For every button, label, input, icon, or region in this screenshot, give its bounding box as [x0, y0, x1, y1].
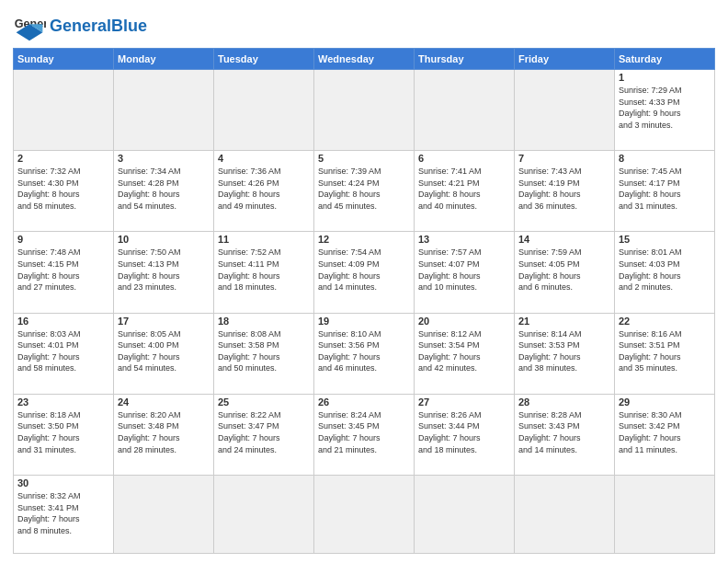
- day-number: 24: [118, 396, 210, 408]
- day-info: Sunrise: 8:26 AMSunset: 3:44 PMDaylight:…: [418, 409, 510, 455]
- weekday-header-thursday: Thursday: [415, 49, 515, 70]
- day-info: Sunrise: 7:34 AMSunset: 4:28 PMDaylight:…: [118, 166, 210, 212]
- day-info: Sunrise: 7:43 AMSunset: 4:19 PMDaylight:…: [518, 166, 610, 212]
- day-info: Sunrise: 8:20 AMSunset: 3:48 PMDaylight:…: [118, 409, 210, 455]
- day-cell-21: 21Sunrise: 8:14 AMSunset: 3:53 PMDayligh…: [515, 313, 615, 394]
- day-cell-27: 27Sunrise: 8:26 AMSunset: 3:44 PMDayligh…: [415, 394, 515, 475]
- day-info: Sunrise: 8:28 AMSunset: 3:43 PMDaylight:…: [518, 409, 610, 455]
- day-info: Sunrise: 8:01 AMSunset: 4:03 PMDaylight:…: [619, 247, 711, 293]
- empty-cell: [14, 70, 114, 151]
- calendar-week-2: 2Sunrise: 7:32 AMSunset: 4:30 PMDaylight…: [14, 151, 715, 232]
- day-cell-4: 4Sunrise: 7:36 AMSunset: 4:26 PMDaylight…: [214, 151, 314, 232]
- empty-cell: [214, 70, 314, 151]
- calendar-week-3: 9Sunrise: 7:48 AMSunset: 4:15 PMDaylight…: [14, 232, 715, 313]
- day-number: 7: [518, 153, 610, 164]
- day-info: Sunrise: 7:50 AMSunset: 4:13 PMDaylight:…: [118, 247, 210, 293]
- empty-cell: [515, 70, 615, 151]
- day-cell-14: 14Sunrise: 7:59 AMSunset: 4:05 PMDayligh…: [515, 232, 615, 313]
- day-info: Sunrise: 8:18 AMSunset: 3:50 PMDaylight:…: [17, 409, 109, 455]
- day-cell-28: 28Sunrise: 8:28 AMSunset: 3:43 PMDayligh…: [515, 394, 615, 475]
- day-cell-8: 8Sunrise: 7:45 AMSunset: 4:17 PMDaylight…: [615, 151, 715, 232]
- day-number: 17: [118, 316, 210, 327]
- day-cell-19: 19Sunrise: 8:10 AMSunset: 3:56 PMDayligh…: [314, 313, 415, 394]
- day-info: Sunrise: 7:32 AMSunset: 4:30 PMDaylight:…: [17, 166, 109, 212]
- day-number: 19: [318, 316, 410, 327]
- day-cell-9: 9Sunrise: 7:48 AMSunset: 4:15 PMDaylight…: [14, 232, 114, 313]
- empty-cell: [415, 70, 515, 151]
- day-cell-30: 30Sunrise: 8:32 AMSunset: 3:41 PMDayligh…: [14, 475, 114, 553]
- calendar-week-5: 23Sunrise: 8:18 AMSunset: 3:50 PMDayligh…: [14, 394, 715, 475]
- logo: General GeneralBlue: [13, 9, 147, 42]
- weekday-header-friday: Friday: [515, 49, 615, 70]
- day-cell-16: 16Sunrise: 8:03 AMSunset: 4:01 PMDayligh…: [14, 313, 114, 394]
- empty-cell: [515, 475, 615, 553]
- day-number: 11: [218, 234, 310, 245]
- day-info: Sunrise: 8:30 AMSunset: 3:42 PMDaylight:…: [619, 409, 711, 455]
- day-info: Sunrise: 7:59 AMSunset: 4:05 PMDaylight:…: [518, 247, 610, 293]
- day-info: Sunrise: 7:57 AMSunset: 4:07 PMDaylight:…: [418, 247, 510, 293]
- day-info: Sunrise: 8:14 AMSunset: 3:53 PMDaylight:…: [518, 328, 610, 374]
- day-cell-24: 24Sunrise: 8:20 AMSunset: 3:48 PMDayligh…: [114, 394, 214, 475]
- day-cell-6: 6Sunrise: 7:41 AMSunset: 4:21 PMDaylight…: [415, 151, 515, 232]
- header: General GeneralBlue: [13, 9, 715, 42]
- day-info: Sunrise: 7:41 AMSunset: 4:21 PMDaylight:…: [418, 166, 510, 212]
- empty-cell: [114, 475, 214, 553]
- day-cell-20: 20Sunrise: 8:12 AMSunset: 3:54 PMDayligh…: [415, 313, 515, 394]
- day-info: Sunrise: 7:52 AMSunset: 4:11 PMDaylight:…: [218, 247, 310, 293]
- empty-cell: [114, 70, 214, 151]
- day-info: Sunrise: 8:08 AMSunset: 3:58 PMDaylight:…: [218, 328, 310, 374]
- day-cell-10: 10Sunrise: 7:50 AMSunset: 4:13 PMDayligh…: [114, 232, 214, 313]
- day-number: 26: [318, 396, 410, 408]
- day-number: 25: [218, 396, 310, 408]
- day-info: Sunrise: 8:32 AMSunset: 3:41 PMDaylight:…: [17, 490, 109, 536]
- day-number: 10: [118, 234, 210, 245]
- day-number: 9: [17, 234, 109, 245]
- day-number: 20: [418, 316, 510, 327]
- day-info: Sunrise: 8:16 AMSunset: 3:51 PMDaylight:…: [619, 328, 711, 374]
- day-cell-25: 25Sunrise: 8:22 AMSunset: 3:47 PMDayligh…: [214, 394, 314, 475]
- day-info: Sunrise: 8:05 AMSunset: 4:00 PMDaylight:…: [118, 328, 210, 374]
- day-info: Sunrise: 7:54 AMSunset: 4:09 PMDaylight:…: [318, 247, 410, 293]
- empty-cell: [314, 475, 415, 553]
- day-number: 28: [518, 396, 610, 408]
- day-cell-3: 3Sunrise: 7:34 AMSunset: 4:28 PMDaylight…: [114, 151, 214, 232]
- weekday-header-wednesday: Wednesday: [314, 49, 415, 70]
- day-number: 15: [619, 234, 711, 245]
- calendar-page: General GeneralBlue SundayMondayTuesdayW…: [0, 0, 728, 563]
- day-number: 23: [17, 396, 109, 408]
- day-cell-18: 18Sunrise: 8:08 AMSunset: 3:58 PMDayligh…: [214, 313, 314, 394]
- day-info: Sunrise: 8:12 AMSunset: 3:54 PMDaylight:…: [418, 328, 510, 374]
- day-number: 21: [518, 316, 610, 327]
- day-number: 8: [619, 153, 711, 164]
- logo-text: GeneralBlue: [50, 17, 147, 34]
- day-cell-23: 23Sunrise: 8:18 AMSunset: 3:50 PMDayligh…: [14, 394, 114, 475]
- weekday-header-monday: Monday: [114, 49, 214, 70]
- day-number: 6: [418, 153, 510, 164]
- weekday-header-row: SundayMondayTuesdayWednesdayThursdayFrid…: [14, 49, 715, 70]
- day-cell-22: 22Sunrise: 8:16 AMSunset: 3:51 PMDayligh…: [615, 313, 715, 394]
- day-number: 14: [518, 234, 610, 245]
- day-cell-2: 2Sunrise: 7:32 AMSunset: 4:30 PMDaylight…: [14, 151, 114, 232]
- day-number: 12: [318, 234, 410, 245]
- day-cell-15: 15Sunrise: 8:01 AMSunset: 4:03 PMDayligh…: [615, 232, 715, 313]
- day-cell-12: 12Sunrise: 7:54 AMSunset: 4:09 PMDayligh…: [314, 232, 415, 313]
- day-info: Sunrise: 8:10 AMSunset: 3:56 PMDaylight:…: [318, 328, 410, 374]
- day-info: Sunrise: 8:24 AMSunset: 3:45 PMDaylight:…: [318, 409, 410, 455]
- day-cell-5: 5Sunrise: 7:39 AMSunset: 4:24 PMDaylight…: [314, 151, 415, 232]
- day-info: Sunrise: 7:45 AMSunset: 4:17 PMDaylight:…: [619, 166, 711, 212]
- day-number: 1: [619, 72, 711, 83]
- day-number: 27: [418, 396, 510, 408]
- weekday-header-saturday: Saturday: [615, 49, 715, 70]
- day-number: 3: [118, 153, 210, 164]
- calendar-week-1: 1Sunrise: 7:29 AMSunset: 4:33 PMDaylight…: [14, 70, 715, 151]
- day-cell-17: 17Sunrise: 8:05 AMSunset: 4:00 PMDayligh…: [114, 313, 214, 394]
- day-info: Sunrise: 7:48 AMSunset: 4:15 PMDaylight:…: [17, 247, 109, 293]
- day-cell-11: 11Sunrise: 7:52 AMSunset: 4:11 PMDayligh…: [214, 232, 314, 313]
- logo-icon: General: [13, 9, 46, 42]
- day-number: 2: [17, 153, 109, 164]
- day-cell-26: 26Sunrise: 8:24 AMSunset: 3:45 PMDayligh…: [314, 394, 415, 475]
- day-number: 16: [17, 316, 109, 327]
- empty-cell: [615, 475, 715, 553]
- day-info: Sunrise: 7:39 AMSunset: 4:24 PMDaylight:…: [318, 166, 410, 212]
- calendar-week-6: 30Sunrise: 8:32 AMSunset: 3:41 PMDayligh…: [14, 475, 715, 553]
